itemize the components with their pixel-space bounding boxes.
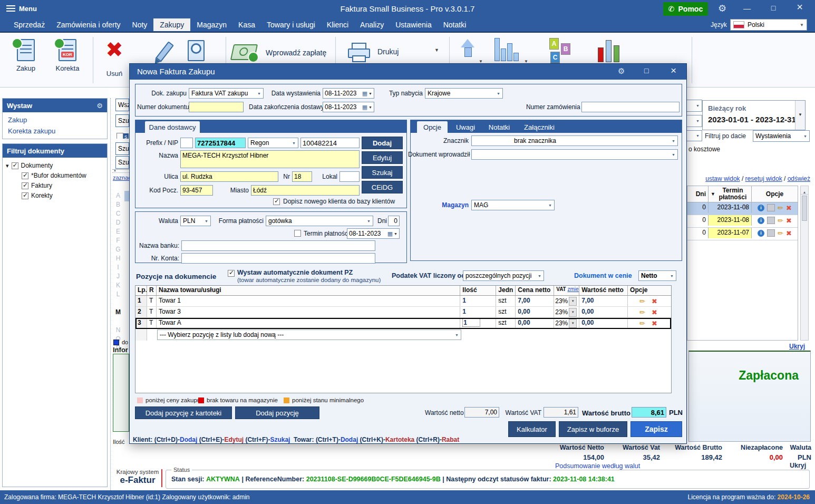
language-select[interactable]: Polski ▼ (730, 19, 807, 31)
pz-checkbox[interactable] (228, 269, 235, 279)
scroll-up-icon[interactable]: ▲ (803, 190, 807, 194)
edit-pencil-icon[interactable] (778, 217, 783, 225)
table-row[interactable]: 0 2023-11-08 (687, 202, 798, 215)
tab-opcje[interactable]: Opcje (417, 121, 448, 133)
tree-label-dokumenty[interactable]: Dokumenty (21, 162, 53, 169)
col-header-dni[interactable]: Dni (687, 186, 709, 202)
checkbox-dokumenty[interactable] (12, 162, 18, 169)
dokument-w-cenie-combo[interactable]: Netto (638, 270, 676, 281)
toolbar-button-abc[interactable]: A B C (549, 38, 578, 64)
prefix-input[interactable] (180, 138, 193, 148)
edit-pencil-icon[interactable] (639, 319, 645, 327)
note-icon[interactable] (767, 229, 775, 237)
summary-ukryj-link[interactable]: Ukryj (790, 462, 806, 469)
szukaj-button-partial[interactable]: Szu (115, 156, 129, 169)
numer-zamowienia-input[interactable] (581, 102, 680, 112)
termin-platnosci-input[interactable]: 08-11-2023 (347, 228, 400, 239)
szukaj-button-partial[interactable]: Szu (115, 114, 129, 127)
dopisz-checkbox[interactable] (273, 198, 280, 205)
nazwa-input[interactable]: MEGA-TECH Krzysztof Hibner (180, 150, 360, 168)
vat-dropdown[interactable]: ▼ (569, 297, 577, 306)
zaznacz-link-partial[interactable]: zaznac (113, 175, 129, 181)
szukaj-button-partial[interactable]: Szu (115, 142, 129, 155)
dok-zakupu-combo[interactable]: Faktura VAT zakupu (189, 88, 264, 99)
zapisz-w-buforze-button[interactable]: Zapisz w buforze (559, 421, 627, 437)
toolbar-button-candles[interactable] (598, 38, 632, 64)
settings-gear-icon[interactable]: ⚙ (718, 3, 726, 14)
edit-pencil-icon[interactable] (639, 297, 645, 305)
checkbox-faktury[interactable] (22, 182, 28, 189)
cell-vat[interactable]: 23%▼ (554, 318, 579, 328)
hint-action-dodaj[interactable]: Dodaj (180, 436, 197, 443)
note-icon[interactable] (767, 217, 775, 224)
menu-item-ustawienia[interactable]: Ustawienia (390, 18, 436, 31)
forma-platnosci-combo[interactable]: gotówka (266, 216, 373, 226)
vat-zmien-link[interactable]: zmień (568, 286, 580, 292)
toolbar-button-edit[interactable] (154, 41, 175, 65)
dni-input[interactable]: 0 (388, 216, 400, 226)
ulica-input[interactable]: ul. Rudzka (180, 171, 278, 182)
toolbar-button-zakup[interactable]: Zakup (9, 38, 42, 82)
delete-x-icon[interactable] (786, 229, 792, 237)
nr-konta-input[interactable] (181, 253, 375, 264)
checkbox-korekty[interactable] (22, 192, 28, 199)
kod-pocz-input[interactable]: 93-457 (180, 185, 213, 196)
item-row[interactable]: 1 T Towar 1 1 szt 7,00 23%▼ 7,00 (135, 296, 671, 307)
zapisz-button[interactable]: Zapisz (630, 421, 682, 437)
hint-action-rabat[interactable]: Rabat (442, 436, 459, 443)
typ-nabycia-combo[interactable]: Krajowe (425, 88, 503, 99)
ceidg-button[interactable]: CEiDG (362, 181, 403, 193)
print-dropdown-arrow[interactable]: ▼ (434, 47, 439, 53)
nazwa-banku-input[interactable] (181, 240, 375, 251)
hint-action-edytuj[interactable]: Edytuj (224, 436, 244, 443)
hint-action-dodaj-towar[interactable]: Dodaj (341, 436, 358, 443)
sidebar-splitter[interactable] (110, 98, 111, 490)
hint-action-kartoteka[interactable]: Kartoteka (385, 436, 414, 443)
kalkulator-button[interactable]: Kalkulator (508, 421, 556, 437)
modal-titlebar[interactable]: Nowa Faktura Zakupu ⚙ □ × (130, 64, 686, 80)
collapse-splitter[interactable]: ▲ (112, 169, 129, 173)
checkbox-s-partial[interactable]: s (117, 131, 129, 139)
delete-x-icon[interactable] (652, 297, 657, 305)
table-row[interactable]: 0 2023-11-08 (687, 215, 798, 228)
toolbar-button-payment[interactable]: Wprowadź zapłatę (232, 42, 332, 63)
close-button[interactable]: × (793, 2, 806, 12)
dodaj-pozycje-kartoteki-button[interactable]: Dodaj pozycję z kartoteki (135, 406, 232, 419)
dodaj-pozycje-button[interactable]: Dodaj pozycję (235, 406, 319, 419)
dodaj-button[interactable]: Dodaj (362, 137, 403, 149)
menu-item-towary[interactable]: Towary i usługi (261, 18, 321, 31)
dopisz-checkbox-row[interactable]: Dopisz nowego klienta do bazy klientów (273, 198, 395, 205)
tree-label-korekty[interactable]: Korekty (31, 192, 53, 199)
gear-icon[interactable]: ⚙ (96, 102, 103, 110)
delete-x-icon[interactable] (786, 217, 792, 225)
tree-label-bufor[interactable]: *Bufor dokumentów (31, 172, 86, 179)
resetuj-widok-link[interactable]: resetuj widok (745, 175, 782, 182)
toolbar-button-print[interactable]: Drukuj (348, 41, 443, 62)
vat-liczony-combo[interactable]: poszczególnych pozycji (463, 270, 544, 281)
toolbar-button-usun[interactable]: ✖ Usuń (99, 39, 130, 83)
magazyn-combo[interactable]: MAG (471, 200, 555, 210)
help-button[interactable]: ✆ Pomoc (663, 2, 708, 16)
ustaw-widok-link[interactable]: ustaw widok (705, 175, 740, 182)
sidebar-link-korekta-zakupu[interactable]: Korekta zakupu (3, 125, 107, 137)
modal-gear-icon[interactable]: ⚙ (618, 66, 625, 76)
regon-input[interactable]: 100482214 (300, 138, 360, 148)
modal-close-button[interactable]: × (671, 65, 676, 76)
toolbar-button-korekta[interactable]: KOR Korekta (51, 38, 84, 82)
new-item-select[interactable]: --- Wybierz pozycję z listy lub dodaj no… (157, 329, 461, 340)
menu-item-klienci[interactable]: Klienci (322, 18, 354, 31)
note-icon[interactable] (767, 204, 775, 211)
tree-label-faktury[interactable]: Faktury (31, 182, 52, 189)
lokal-input[interactable] (339, 171, 360, 182)
menu-item-kasa[interactable]: Kasa (233, 18, 260, 31)
scrollbar-thumb[interactable] (802, 196, 807, 221)
cell-vat[interactable]: 23%▼ (554, 307, 579, 317)
period-picker[interactable]: Bieżący rok 2023-01-01 - 2023-12-31 ▼ (702, 100, 806, 130)
vat-dropdown[interactable]: ▼ (569, 308, 577, 317)
info-icon[interactable] (758, 205, 764, 211)
tab-notatki[interactable]: Notatki (482, 121, 516, 133)
numer-dokumentu-input[interactable] (189, 102, 244, 112)
alphabet-current-letter[interactable]: M (114, 308, 122, 317)
tree-expander-icon[interactable]: ▾ (6, 162, 9, 169)
edit-pencil-icon[interactable] (778, 229, 783, 237)
